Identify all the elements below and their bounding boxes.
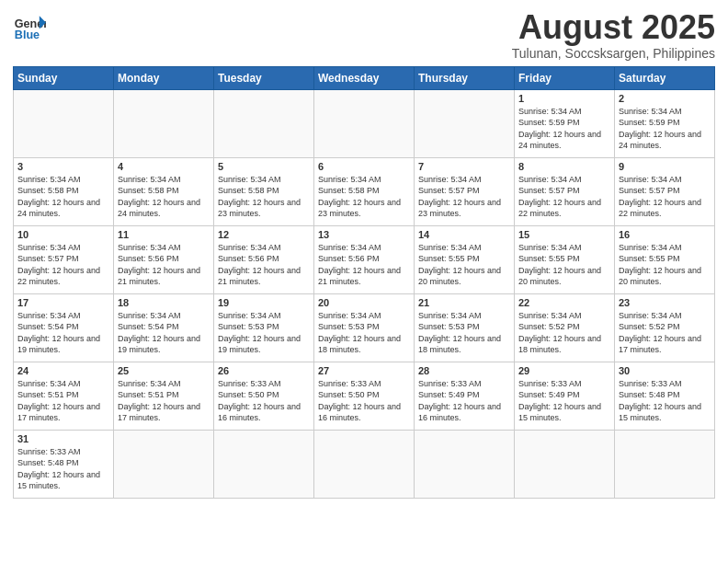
day-cell: 20Sunrise: 5:34 AM Sunset: 5:53 PM Dayli…: [314, 293, 415, 362]
day-cell: 5Sunrise: 5:34 AM Sunset: 5:58 PM Daylig…: [214, 157, 314, 225]
day-number: 18: [118, 297, 210, 308]
page: General Blue August 2025 Tulunan, Soccsk…: [0, 0, 728, 508]
day-number: 29: [518, 365, 610, 376]
day-info: Sunrise: 5:34 AM Sunset: 5:56 PM Dayligh…: [318, 242, 410, 288]
day-number: 6: [318, 161, 410, 172]
day-number: 25: [118, 365, 210, 376]
day-cell: 8Sunrise: 5:34 AM Sunset: 5:57 PM Daylig…: [515, 157, 615, 225]
day-number: 24: [17, 365, 109, 376]
day-cell: [314, 430, 415, 498]
day-info: Sunrise: 5:34 AM Sunset: 5:55 PM Dayligh…: [619, 242, 711, 288]
day-number: 8: [518, 161, 610, 172]
day-number: 5: [218, 161, 310, 172]
week-row-1: 3Sunrise: 5:34 AM Sunset: 5:58 PM Daylig…: [14, 157, 715, 225]
day-info: Sunrise: 5:34 AM Sunset: 5:54 PM Dayligh…: [17, 310, 109, 356]
day-cell: 11Sunrise: 5:34 AM Sunset: 5:56 PM Dayli…: [114, 225, 214, 293]
day-number: 30: [619, 365, 711, 376]
day-cell: 28Sunrise: 5:33 AM Sunset: 5:49 PM Dayli…: [415, 362, 515, 430]
week-row-0: 1Sunrise: 5:34 AM Sunset: 5:59 PM Daylig…: [14, 89, 715, 157]
logo-icon: General Blue: [13, 9, 46, 42]
day-cell: 22Sunrise: 5:34 AM Sunset: 5:52 PM Dayli…: [515, 293, 615, 362]
logo: General Blue: [13, 9, 46, 42]
day-cell: [314, 89, 415, 157]
day-number: 4: [118, 161, 210, 172]
day-number: 27: [318, 365, 410, 376]
day-cell: 24Sunrise: 5:34 AM Sunset: 5:51 PM Dayli…: [14, 362, 114, 430]
day-cell: [114, 89, 214, 157]
week-row-2: 10Sunrise: 5:34 AM Sunset: 5:57 PM Dayli…: [14, 225, 715, 293]
day-info: Sunrise: 5:34 AM Sunset: 5:57 PM Dayligh…: [518, 174, 610, 220]
day-cell: 23Sunrise: 5:34 AM Sunset: 5:52 PM Dayli…: [615, 293, 715, 362]
day-number: 17: [17, 297, 109, 308]
day-info: Sunrise: 5:34 AM Sunset: 5:55 PM Dayligh…: [418, 242, 510, 288]
day-number: 2: [619, 93, 711, 104]
day-info: Sunrise: 5:34 AM Sunset: 5:59 PM Dayligh…: [619, 106, 711, 152]
day-cell: 19Sunrise: 5:34 AM Sunset: 5:53 PM Dayli…: [214, 293, 314, 362]
day-cell: [14, 89, 114, 157]
day-cell: 6Sunrise: 5:34 AM Sunset: 5:58 PM Daylig…: [314, 157, 415, 225]
day-cell: 3Sunrise: 5:34 AM Sunset: 5:58 PM Daylig…: [14, 157, 114, 225]
day-cell: 27Sunrise: 5:33 AM Sunset: 5:50 PM Dayli…: [314, 362, 415, 430]
day-number: 28: [418, 365, 510, 376]
day-info: Sunrise: 5:33 AM Sunset: 5:50 PM Dayligh…: [218, 378, 310, 424]
day-cell: [415, 430, 515, 498]
day-cell: [515, 430, 615, 498]
day-info: Sunrise: 5:34 AM Sunset: 5:53 PM Dayligh…: [318, 310, 410, 356]
day-info: Sunrise: 5:34 AM Sunset: 5:51 PM Dayligh…: [17, 378, 109, 424]
day-cell: 25Sunrise: 5:34 AM Sunset: 5:51 PM Dayli…: [114, 362, 214, 430]
day-info: Sunrise: 5:34 AM Sunset: 5:58 PM Dayligh…: [118, 174, 210, 220]
day-number: 10: [17, 229, 109, 240]
weekday-header-row: SundayMondayTuesdayWednesdayThursdayFrid…: [14, 66, 715, 89]
day-cell: 18Sunrise: 5:34 AM Sunset: 5:54 PM Dayli…: [114, 293, 214, 362]
day-cell: 10Sunrise: 5:34 AM Sunset: 5:57 PM Dayli…: [14, 225, 114, 293]
day-cell: 12Sunrise: 5:34 AM Sunset: 5:56 PM Dayli…: [214, 225, 314, 293]
weekday-header-saturday: Saturday: [615, 66, 715, 89]
location-title: Tulunan, Soccsksargen, Philippines: [512, 46, 715, 61]
day-cell: 1Sunrise: 5:34 AM Sunset: 5:59 PM Daylig…: [515, 89, 615, 157]
day-cell: 21Sunrise: 5:34 AM Sunset: 5:53 PM Dayli…: [415, 293, 515, 362]
day-cell: [415, 89, 515, 157]
weekday-header-monday: Monday: [114, 66, 214, 89]
day-number: 20: [318, 297, 410, 308]
svg-text:Blue: Blue: [15, 29, 40, 41]
weekday-header-tuesday: Tuesday: [214, 66, 314, 89]
header: General Blue August 2025 Tulunan, Soccsk…: [13, 9, 715, 61]
day-number: 11: [118, 229, 210, 240]
day-number: 16: [619, 229, 711, 240]
day-info: Sunrise: 5:34 AM Sunset: 5:55 PM Dayligh…: [518, 242, 610, 288]
day-info: Sunrise: 5:34 AM Sunset: 5:59 PM Dayligh…: [518, 106, 610, 152]
day-info: Sunrise: 5:34 AM Sunset: 5:53 PM Dayligh…: [218, 310, 310, 356]
day-info: Sunrise: 5:34 AM Sunset: 5:51 PM Dayligh…: [118, 378, 210, 424]
day-number: 21: [418, 297, 510, 308]
week-row-5: 31Sunrise: 5:33 AM Sunset: 5:48 PM Dayli…: [14, 430, 715, 498]
day-number: 13: [318, 229, 410, 240]
day-cell: 2Sunrise: 5:34 AM Sunset: 5:59 PM Daylig…: [615, 89, 715, 157]
day-number: 26: [218, 365, 310, 376]
day-cell: 26Sunrise: 5:33 AM Sunset: 5:50 PM Dayli…: [214, 362, 314, 430]
day-info: Sunrise: 5:34 AM Sunset: 5:52 PM Dayligh…: [518, 310, 610, 356]
day-info: Sunrise: 5:34 AM Sunset: 5:56 PM Dayligh…: [118, 242, 210, 288]
day-cell: [615, 430, 715, 498]
day-number: 15: [518, 229, 610, 240]
day-info: Sunrise: 5:33 AM Sunset: 5:49 PM Dayligh…: [418, 378, 510, 424]
day-info: Sunrise: 5:34 AM Sunset: 5:54 PM Dayligh…: [118, 310, 210, 356]
day-info: Sunrise: 5:34 AM Sunset: 5:57 PM Dayligh…: [418, 174, 510, 220]
day-cell: 14Sunrise: 5:34 AM Sunset: 5:55 PM Dayli…: [415, 225, 515, 293]
day-cell: [214, 430, 314, 498]
day-number: 3: [17, 161, 109, 172]
calendar: SundayMondayTuesdayWednesdayThursdayFrid…: [13, 66, 715, 499]
day-number: 9: [619, 161, 711, 172]
day-number: 31: [17, 433, 109, 444]
weekday-header-sunday: Sunday: [14, 66, 114, 89]
day-cell: 9Sunrise: 5:34 AM Sunset: 5:57 PM Daylig…: [615, 157, 715, 225]
weekday-header-friday: Friday: [515, 66, 615, 89]
day-cell: 13Sunrise: 5:34 AM Sunset: 5:56 PM Dayli…: [314, 225, 415, 293]
weekday-header-wednesday: Wednesday: [314, 66, 415, 89]
day-info: Sunrise: 5:34 AM Sunset: 5:53 PM Dayligh…: [418, 310, 510, 356]
day-number: 19: [218, 297, 310, 308]
day-number: 7: [418, 161, 510, 172]
day-number: 1: [518, 93, 610, 104]
week-row-4: 24Sunrise: 5:34 AM Sunset: 5:51 PM Dayli…: [14, 362, 715, 430]
day-info: Sunrise: 5:34 AM Sunset: 5:57 PM Dayligh…: [17, 242, 109, 288]
day-cell: 29Sunrise: 5:33 AM Sunset: 5:49 PM Dayli…: [515, 362, 615, 430]
